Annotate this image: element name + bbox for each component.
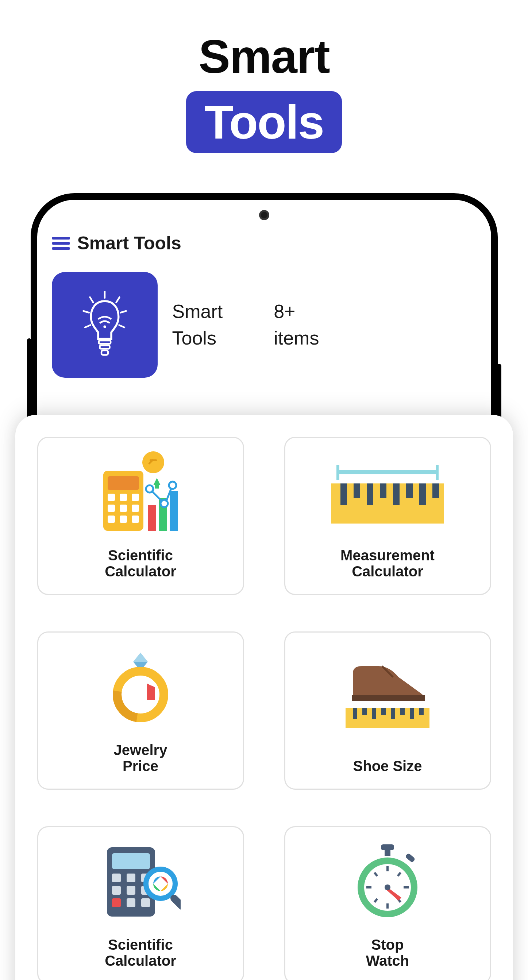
svg-rect-85 (386, 866, 389, 871)
svg-rect-45 (380, 484, 386, 498)
svg-rect-26 (120, 515, 127, 523)
lightbulb-icon (79, 291, 130, 358)
svg-rect-19 (108, 494, 115, 501)
svg-line-5 (116, 297, 119, 302)
svg-rect-60 (372, 708, 376, 719)
scientific-calculator-icon (46, 449, 236, 536)
svg-rect-2 (52, 247, 70, 250)
svg-rect-63 (400, 708, 405, 715)
svg-rect-67 (112, 853, 150, 869)
svg-line-9 (119, 325, 124, 328)
svg-rect-59 (362, 708, 367, 715)
tool-stop-watch[interactable]: Stop Watch (284, 826, 491, 980)
category-tile[interactable]: Smart Tools 8+ items (37, 265, 491, 392)
ruler-icon (293, 449, 483, 536)
svg-line-6 (83, 311, 89, 313)
hamburger-menu-icon[interactable] (52, 236, 70, 250)
svg-rect-65 (419, 708, 424, 715)
stopwatch-icon (293, 838, 483, 926)
tool-label: Shoe Size (353, 758, 422, 774)
svg-rect-61 (381, 708, 386, 715)
svg-rect-30 (170, 491, 178, 531)
svg-rect-48 (419, 484, 426, 505)
svg-rect-40 (338, 470, 437, 474)
svg-rect-37 (155, 484, 159, 488)
svg-point-14 (142, 451, 164, 473)
svg-rect-81 (384, 849, 391, 856)
phone-camera (259, 210, 269, 220)
svg-line-34 (152, 491, 163, 502)
tool-shoe-size[interactable]: Shoe Size (284, 632, 491, 790)
svg-rect-12 (100, 345, 110, 349)
phone-side-button-left (27, 338, 31, 426)
svg-rect-42 (340, 484, 347, 505)
svg-rect-57 (346, 708, 429, 728)
svg-point-94 (384, 885, 391, 890)
tool-label: Jewelry Price (114, 742, 167, 774)
svg-rect-69 (127, 873, 136, 882)
svg-rect-43 (354, 484, 360, 498)
svg-rect-58 (353, 708, 357, 719)
tools-grid: Scientific Calculator (37, 437, 491, 980)
svg-rect-18 (108, 476, 139, 490)
svg-rect-1 (52, 242, 70, 245)
tool-scientific-calculator[interactable]: Scientific Calculator (37, 437, 244, 595)
svg-rect-13 (101, 350, 108, 355)
svg-rect-86 (386, 904, 389, 908)
title-line2: Tools (186, 91, 342, 153)
category-name: Smart Tools (172, 298, 223, 352)
tool-label: Scientific Calculator (105, 937, 176, 969)
category-count: 8+ items (274, 298, 319, 352)
svg-line-8 (85, 325, 90, 328)
svg-rect-87 (366, 886, 372, 888)
svg-rect-46 (393, 484, 400, 505)
svg-point-55 (149, 682, 153, 686)
tool-label: Measurement Calculator (340, 547, 435, 579)
svg-rect-21 (132, 494, 139, 501)
svg-line-7 (120, 311, 126, 313)
svg-rect-82 (405, 853, 416, 862)
tool-label: Scientific Calculator (105, 547, 176, 579)
svg-rect-20 (120, 494, 127, 501)
app-header: Smart Tools (37, 200, 491, 265)
svg-rect-56 (352, 695, 425, 701)
svg-marker-50 (133, 652, 148, 662)
svg-rect-88 (404, 886, 409, 888)
svg-rect-44 (367, 484, 373, 505)
svg-rect-71 (112, 886, 121, 895)
svg-rect-23 (120, 504, 127, 512)
svg-point-10 (103, 326, 106, 328)
category-info: Smart Tools 8+ items (172, 298, 319, 352)
svg-rect-47 (406, 484, 413, 498)
svg-rect-24 (132, 504, 139, 512)
phone-frame: Smart Tools (31, 193, 498, 923)
svg-rect-28 (148, 505, 156, 531)
svg-rect-68 (112, 873, 121, 882)
svg-rect-76 (141, 898, 150, 907)
svg-rect-22 (108, 504, 115, 512)
tool-measurement-calculator[interactable]: Measurement Calculator (284, 437, 491, 595)
app-header-title: Smart Tools (77, 232, 181, 254)
tool-jewelry-price[interactable]: Jewelry Price (37, 632, 244, 790)
svg-rect-49 (432, 484, 439, 498)
svg-rect-25 (108, 515, 115, 523)
svg-rect-62 (391, 708, 395, 719)
svg-line-4 (90, 297, 93, 302)
tool-scientific-calculator-2[interactable]: Scientific Calculator (37, 826, 244, 980)
calculator-magnifier-icon (46, 838, 236, 926)
svg-rect-11 (99, 340, 110, 344)
svg-rect-72 (127, 886, 136, 895)
svg-point-33 (169, 482, 176, 489)
shoe-icon (293, 643, 483, 747)
tool-label: Stop Watch (366, 937, 409, 969)
svg-rect-74 (112, 898, 121, 907)
title-line1: Smart (0, 29, 528, 84)
ring-icon (46, 643, 236, 731)
svg-point-79 (157, 880, 164, 887)
category-icon-box (52, 272, 158, 378)
svg-rect-75 (127, 898, 136, 907)
svg-rect-64 (410, 708, 414, 719)
svg-rect-0 (52, 237, 70, 240)
page-title: Smart Tools (0, 0, 528, 153)
svg-rect-27 (132, 515, 139, 523)
